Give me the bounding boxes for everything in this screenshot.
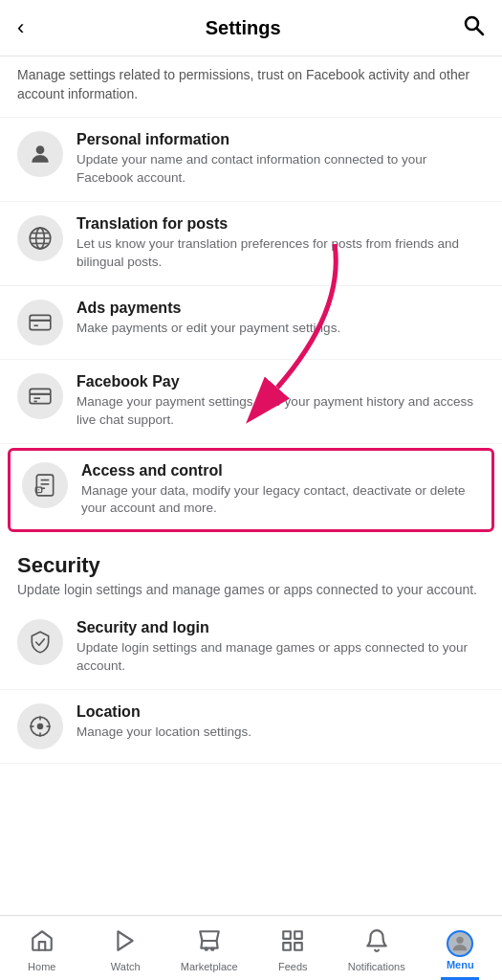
nav-marketplace[interactable]: Marketplace [167, 916, 251, 980]
personal-information-text: Personal information Update your name an… [76, 131, 485, 188]
access-control-text: Access and control Manage your data, mod… [81, 462, 480, 519]
svg-line-2 [476, 29, 483, 35]
top-description: Manage settings related to permissions, … [0, 56, 502, 118]
location-title: Location [76, 703, 485, 721]
location-item[interactable]: Location Manage your location settings. [0, 690, 502, 764]
security-title: Security [17, 553, 485, 578]
bottom-navigation: Home Watch Marketplace [0, 915, 502, 980]
ads-payments-desc: Make payments or edit your payment setti… [76, 320, 485, 338]
watch-icon [113, 928, 138, 959]
nav-watch[interactable]: Watch [84, 916, 168, 980]
location-icon [17, 703, 63, 749]
location-text: Location Manage your location settings. [76, 703, 485, 742]
access-control-title: Access and control [81, 462, 480, 479]
page-header: ‹ Settings [0, 0, 502, 56]
nav-notifications[interactable]: Notifications [335, 916, 419, 980]
facebook-pay-text: Facebook Pay Manage your payment setting… [76, 373, 485, 430]
personal-information-title: Personal information [76, 131, 485, 148]
svg-point-30 [211, 947, 213, 949]
svg-point-3 [36, 146, 45, 155]
watch-label: Watch [111, 961, 141, 972]
access-control-desc: Manage your data, modify your legacy con… [81, 482, 480, 519]
ads-payments-item[interactable]: Ads payments Make payments or edit your … [0, 286, 502, 360]
location-desc: Manage your location settings. [76, 724, 485, 742]
feeds-label: Feeds [278, 961, 308, 972]
facebook-pay-item[interactable]: Facebook Pay Manage your payment setting… [0, 360, 502, 444]
page-title: Settings [206, 17, 281, 39]
translation-text: Translation for posts Let us know your t… [76, 215, 485, 272]
access-control-item[interactable]: Access and control Manage your data, mod… [8, 448, 494, 533]
svg-point-35 [457, 936, 464, 943]
nav-feeds[interactable]: Feeds [251, 916, 336, 980]
access-control-icon [22, 462, 68, 508]
svg-point-23 [37, 723, 44, 729]
translation-desc: Let us know your translation preferences… [76, 235, 485, 272]
personal-information-icon [17, 131, 63, 177]
home-label: Home [28, 961, 55, 972]
security-login-desc: Update login settings and manage games o… [76, 639, 485, 676]
ads-payments-icon [17, 300, 63, 345]
menu-avatar [447, 930, 473, 957]
personal-information-desc: Update your name and contact information… [76, 151, 485, 188]
back-button[interactable]: ‹ [17, 15, 24, 40]
home-icon [30, 928, 55, 959]
facebook-pay-title: Facebook Pay [76, 373, 485, 390]
marketplace-label: Marketplace [181, 961, 238, 972]
menu-label: Menu [447, 959, 474, 970]
security-login-item[interactable]: Security and login Update login settings… [0, 606, 502, 690]
ads-payments-text: Ads payments Make payments or edit your … [76, 300, 485, 338]
personal-information-item[interactable]: Personal information Update your name an… [0, 118, 502, 202]
security-section-header: Security Update login settings and manag… [0, 536, 502, 606]
security-login-icon [17, 619, 63, 665]
facebook-pay-desc: Manage your payment settings, see your p… [76, 393, 485, 430]
svg-marker-28 [119, 931, 133, 950]
svg-rect-32 [295, 931, 302, 939]
translation-title: Translation for posts [76, 215, 485, 233]
facebook-pay-icon [17, 373, 63, 419]
security-login-title: Security and login [76, 619, 485, 636]
ads-payments-title: Ads payments [76, 300, 485, 317]
svg-point-29 [205, 947, 207, 949]
nav-home[interactable]: Home [0, 916, 84, 980]
security-login-text: Security and login Update login settings… [76, 619, 485, 676]
notifications-label: Notifications [348, 961, 405, 972]
security-desc: Update login settings and manage games o… [17, 581, 485, 600]
svg-rect-33 [284, 943, 292, 950]
svg-rect-31 [284, 931, 292, 939]
nav-menu[interactable]: Menu [419, 916, 503, 980]
svg-rect-12 [30, 389, 51, 403]
feeds-icon [280, 928, 305, 959]
search-button[interactable] [462, 13, 485, 42]
translation-icon [17, 215, 63, 261]
translation-item[interactable]: Translation for posts Let us know your t… [0, 202, 502, 286]
bell-icon [364, 928, 389, 959]
svg-rect-9 [30, 315, 51, 329]
svg-rect-34 [295, 943, 302, 950]
marketplace-icon [197, 928, 222, 959]
